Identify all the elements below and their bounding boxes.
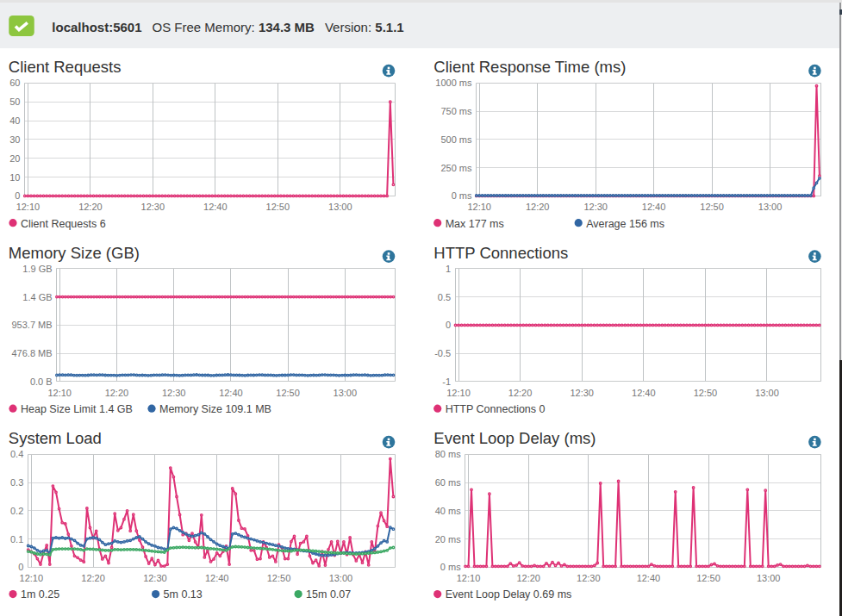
svg-text:0: 0 (446, 320, 451, 330)
svg-text:12:10: 12:10 (47, 388, 72, 398)
svg-text:Event Loop Delay 0.69 ms: Event Loop Delay 0.69 ms (446, 588, 572, 600)
svg-text:12:30: 12:30 (141, 202, 165, 212)
svg-text:12:20: 12:20 (526, 202, 550, 212)
svg-text:0 ms: 0 ms (452, 190, 472, 201)
svg-text:40 ms: 40 ms (435, 506, 461, 516)
svg-text:15m 0.07: 15m 0.07 (306, 588, 351, 600)
svg-text:-1: -1 (442, 376, 451, 387)
svg-text:13:00: 13:00 (755, 388, 779, 398)
svg-text:12:30: 12:30 (162, 388, 186, 398)
svg-text:12:20: 12:20 (508, 388, 533, 398)
svg-text:20 ms: 20 ms (435, 534, 461, 544)
svg-text:0.3: 0.3 (10, 477, 23, 488)
svg-text:13:00: 13:00 (758, 202, 783, 212)
svg-text:12:10: 12:10 (16, 202, 41, 212)
svg-text:Max 177 ms: Max 177 ms (446, 218, 504, 230)
svg-text:953.7 MB: 953.7 MB (12, 320, 53, 330)
svg-text:0: 0 (15, 190, 20, 201)
svg-text:Client Requests: Client Requests (9, 58, 122, 76)
svg-text:12:20: 12:20 (78, 202, 103, 212)
svg-text:12:40: 12:40 (632, 388, 656, 398)
svg-text:0.4: 0.4 (10, 449, 23, 459)
svg-text:80 ms: 80 ms (435, 449, 461, 459)
svg-text:1m 0.25: 1m 0.25 (21, 588, 59, 600)
svg-text:Average 156 ms: Average 156 ms (586, 218, 664, 230)
svg-text:12:50: 12:50 (266, 202, 290, 212)
svg-text:Client Requests 6: Client Requests 6 (21, 218, 106, 230)
svg-text:1: 1 (446, 264, 451, 274)
svg-text:0.5: 0.5 (438, 292, 451, 302)
svg-text:12:30: 12:30 (577, 573, 601, 583)
svg-text:12:10: 12:10 (446, 388, 471, 398)
svg-text:HTTP Connections 0: HTTP Connections 0 (446, 403, 546, 415)
svg-text:0: 0 (18, 562, 23, 572)
svg-text:1.4 GB: 1.4 GB (22, 292, 52, 302)
svg-text:12:20: 12:20 (105, 388, 129, 398)
svg-text:Memory Size (GB): Memory Size (GB) (9, 244, 140, 262)
svg-text:250 ms: 250 ms (440, 163, 472, 173)
svg-text:12:30: 12:30 (583, 202, 608, 212)
svg-text:5m 0.13: 5m 0.13 (164, 588, 203, 600)
svg-text:12:50: 12:50 (267, 573, 291, 583)
svg-text:Event Loop Delay (ms): Event Loop Delay (ms) (433, 429, 596, 447)
svg-text:1.9 GB: 1.9 GB (22, 264, 52, 274)
svg-text:0.2: 0.2 (10, 506, 23, 516)
svg-text:12:40: 12:40 (642, 202, 666, 212)
svg-text:30: 30 (9, 134, 20, 145)
svg-text:Memory Size 109.1 MB: Memory Size 109.1 MB (159, 403, 271, 415)
svg-text:HTTP Connections: HTTP Connections (433, 244, 568, 262)
svg-text:12:10: 12:10 (20, 573, 44, 583)
svg-text:0.1: 0.1 (10, 534, 23, 544)
svg-text:12:30: 12:30 (143, 573, 167, 583)
svg-text:12:10: 12:10 (457, 573, 481, 583)
svg-text:12:30: 12:30 (570, 388, 594, 398)
svg-text:476.8 MB: 476.8 MB (12, 348, 53, 358)
svg-text:12:20: 12:20 (516, 573, 540, 583)
svg-text:750 ms: 750 ms (440, 106, 472, 116)
svg-text:13:00: 13:00 (329, 573, 353, 583)
svg-text:System Load: System Load (9, 429, 102, 447)
svg-text:1000 ms: 1000 ms (435, 78, 472, 88)
svg-text:13:00: 13:00 (334, 388, 358, 398)
svg-text:12:50: 12:50 (276, 388, 300, 398)
svg-text:10: 10 (9, 172, 20, 183)
svg-text:12:50: 12:50 (700, 202, 724, 212)
svg-text:60 ms: 60 ms (435, 477, 461, 488)
svg-text:0 ms: 0 ms (440, 562, 461, 572)
svg-text:40: 40 (9, 115, 20, 126)
svg-text:13:00: 13:00 (328, 202, 352, 212)
svg-text:50: 50 (9, 96, 20, 107)
svg-text:-0.5: -0.5 (434, 348, 451, 358)
svg-text:0.0 B: 0.0 B (30, 376, 53, 387)
svg-text:12:40: 12:40 (205, 573, 229, 583)
svg-text:12:50: 12:50 (694, 388, 718, 398)
svg-text:12:40: 12:40 (203, 202, 228, 212)
svg-text:20: 20 (9, 153, 20, 164)
svg-text:13:00: 13:00 (757, 573, 781, 583)
svg-text:12:40: 12:40 (637, 573, 661, 583)
svg-text:12:10: 12:10 (467, 202, 491, 212)
svg-text:Heap Size Limit 1.4 GB: Heap Size Limit 1.4 GB (21, 403, 133, 415)
svg-text:60: 60 (9, 78, 20, 88)
svg-text:Client Response Time (ms): Client Response Time (ms) (433, 58, 626, 76)
svg-text:12:50: 12:50 (696, 573, 720, 583)
svg-text:12:40: 12:40 (219, 388, 243, 398)
svg-text:12:20: 12:20 (81, 573, 105, 583)
svg-text:500 ms: 500 ms (440, 134, 472, 145)
